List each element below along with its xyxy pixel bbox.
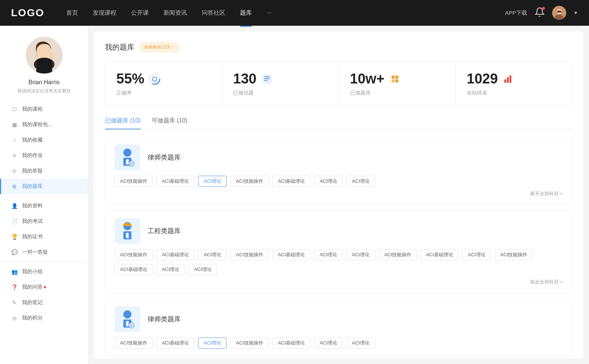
bank-section-lawyer-2: 律师类题库 ACI技能操作 ACI基础理论 ACI理论 ACI技能操作 ACI基… bbox=[105, 299, 572, 356]
points-icon: ◎ bbox=[11, 315, 18, 321]
sidebar-item-qa[interactable]: ⊙ 我的答疑 bbox=[0, 163, 88, 179]
sidebar-item-course-package[interactable]: ▦ 我的课程包... bbox=[0, 117, 88, 132]
stat-rank-value: 1029 bbox=[467, 71, 498, 87]
bank-tag[interactable]: ACI理论 bbox=[462, 249, 491, 260]
bank-tag[interactable]: ACI基础理论 bbox=[272, 249, 311, 260]
bank-tag[interactable]: ACI技能操作 bbox=[114, 176, 153, 187]
nav-open-course[interactable]: 公开课 bbox=[131, 7, 149, 19]
bank-tag[interactable]: ACI基础理论 bbox=[156, 338, 195, 349]
circle-progress-icon bbox=[148, 72, 161, 86]
main-layout: Brian Harris 错误的决定比没有决定要好 ☐ 我的课程 ▦ 我的课程包… bbox=[0, 26, 589, 364]
header-right: APP下载 ▼ bbox=[505, 6, 578, 20]
bank-tag-active[interactable]: ACI理论 bbox=[198, 176, 227, 187]
svg-rect-14 bbox=[392, 76, 395, 79]
bar-chart-icon: ▦ bbox=[11, 121, 18, 128]
svg-rect-17 bbox=[395, 79, 398, 82]
nav-more[interactable]: ··· bbox=[267, 8, 271, 18]
profile-name: Brian Harris bbox=[28, 79, 59, 86]
nav-question-bank[interactable]: 题库 bbox=[240, 7, 252, 19]
doc-icon: ≡ bbox=[11, 152, 18, 159]
avatar-image bbox=[552, 6, 566, 20]
sidebar-item-cert[interactable]: 🏆 我的证书 bbox=[0, 229, 88, 245]
logo: LOGO bbox=[11, 7, 44, 19]
stat-accuracy: 55% 正确率 bbox=[105, 62, 222, 106]
stat-accuracy-label: 正确率 bbox=[116, 90, 132, 96]
bank-tag[interactable]: ACI理论 bbox=[314, 176, 343, 187]
sidebar-item-favorites[interactable]: ☆ 我的收藏 bbox=[0, 132, 88, 148]
page-header: 我的题库 体验剩余23天！ bbox=[105, 42, 572, 52]
bank-tag[interactable]: ACI基础理论 bbox=[272, 338, 311, 349]
sidebar-item-question-bank[interactable]: ⊞ 我的题库 bbox=[0, 179, 88, 194]
stat-done-value: 130 bbox=[233, 71, 256, 87]
bank-tag[interactable]: ACI技能操作 bbox=[495, 249, 533, 260]
svg-rect-10 bbox=[264, 76, 270, 77]
bank-tag[interactable]: ACI技能操作 bbox=[230, 249, 269, 260]
bank-header-3: 律师类题库 bbox=[114, 306, 563, 332]
app-download-button[interactable]: APP下载 bbox=[505, 10, 527, 17]
bank-footer-1: 展开全部科目 > bbox=[114, 190, 563, 197]
bank-tag[interactable]: ACI基础理论 bbox=[156, 176, 195, 187]
notification-bell-button[interactable] bbox=[535, 7, 545, 19]
bank-tag[interactable]: ACI基础理论 bbox=[114, 264, 153, 275]
bank-tag[interactable]: ACI基础理论 bbox=[156, 249, 195, 260]
bank-tag[interactable]: ACI技能操作 bbox=[114, 338, 153, 349]
sidebar-item-exam[interactable]: 📄 我的考试 bbox=[0, 214, 88, 229]
bank-tag[interactable]: ACI理论 bbox=[346, 176, 375, 187]
svg-point-28 bbox=[126, 233, 129, 236]
bank-tag[interactable]: ACI技能操作 bbox=[379, 249, 417, 260]
bank-tag[interactable]: ACI技能操作 bbox=[230, 338, 269, 349]
bank-tags-1: ACI技能操作 ACI基础理论 ACI理论 ACI技能操作 ACI基础理论 AC… bbox=[114, 176, 563, 187]
grid-stat-icon bbox=[388, 72, 402, 86]
tabs: 已做题库 (10) 可做题库 (10) bbox=[105, 117, 572, 129]
svg-rect-18 bbox=[504, 79, 506, 83]
bank-tag[interactable]: ACI基础理论 bbox=[420, 249, 459, 260]
nav-home[interactable]: 首页 bbox=[66, 7, 78, 19]
question-circle-icon: ⊙ bbox=[11, 168, 18, 174]
sidebar-item-my-course[interactable]: ☐ 我的课程 bbox=[0, 101, 88, 117]
main-nav: 首页 发现课程 公开课 新闻资讯 问答社区 题库 ··· bbox=[66, 7, 505, 19]
bar-chart-stat-icon bbox=[501, 72, 515, 86]
qa-red-dot bbox=[44, 286, 46, 288]
chevron-down-icon[interactable]: ▼ bbox=[574, 10, 578, 15]
bank-tag[interactable]: ACI理论 bbox=[314, 249, 343, 260]
sidebar-item-points[interactable]: ◎ 我的积分 bbox=[0, 310, 88, 326]
nav-news[interactable]: 新闻资讯 bbox=[163, 7, 187, 19]
bank-icon-lawyer-2 bbox=[114, 306, 140, 332]
bank-tag[interactable]: ACI技能操作 bbox=[230, 176, 269, 187]
sidebar-item-homework[interactable]: ≡ 我的作业 bbox=[0, 148, 88, 163]
bank-header-2: 工程类题库 bbox=[114, 218, 563, 244]
bank-tag[interactable]: ACI理论 bbox=[314, 338, 343, 349]
stat-accuracy-value: 55% bbox=[116, 71, 144, 87]
sidebar-item-group[interactable]: 👥 我的小组 bbox=[0, 264, 88, 279]
bank-tag[interactable]: ACI技能操作 bbox=[114, 249, 153, 260]
bank-tag[interactable]: ACI理论 bbox=[346, 249, 375, 260]
bank-section-engineer: 工程类题库 ACI技能操作 ACI基础理论 ACI理论 ACI技能操作 ACI基… bbox=[105, 210, 572, 293]
bank-tag[interactable]: ACI理论 bbox=[346, 338, 375, 349]
bank-tags-2: ACI技能操作 ACI基础理论 ACI理论 ACI技能操作 ACI基础理论 AC… bbox=[114, 249, 563, 275]
sidebar-item-profile[interactable]: 👤 我的资料 bbox=[0, 198, 88, 214]
bank-tag[interactable]: ACI理论 bbox=[156, 264, 185, 275]
bank-tag[interactable]: ACI基础理论 bbox=[272, 176, 311, 187]
group-icon: 👥 bbox=[11, 268, 18, 275]
nav-qa[interactable]: 问答社区 bbox=[202, 7, 225, 19]
sidebar-item-notes[interactable]: ✎ 我的笔记 bbox=[0, 295, 88, 310]
qa-icon: ❓ bbox=[11, 284, 18, 290]
bank-tag[interactable]: ACI理论 bbox=[188, 264, 217, 275]
header: LOGO 首页 发现课程 公开课 新闻资讯 问答社区 题库 ··· APP下载 bbox=[0, 0, 589, 26]
user-avatar-header[interactable] bbox=[552, 6, 566, 20]
sidebar-item-1v1[interactable]: 💬 一对一答疑 bbox=[0, 245, 88, 260]
grid-icon: ⊞ bbox=[11, 183, 18, 190]
bank-tag[interactable]: ACI理论 bbox=[198, 249, 227, 260]
expand-button-1[interactable]: 展开全部科目 > bbox=[530, 190, 563, 197]
bank-tag-active[interactable]: ACI理论 bbox=[198, 338, 227, 349]
stats-row: 55% 正确率 130 bbox=[105, 61, 572, 106]
svg-rect-16 bbox=[392, 79, 395, 82]
nav-discover[interactable]: 发现课程 bbox=[93, 7, 116, 19]
stat-rank-label: 全站排名 bbox=[467, 90, 487, 96]
tab-done-banks[interactable]: 已做题库 (10) bbox=[105, 117, 141, 129]
sidebar-item-my-qa[interactable]: ❓ 我的问答 bbox=[0, 279, 88, 295]
collapse-button-2[interactable]: 收起全部科目 > bbox=[530, 279, 563, 285]
bank-name-3: 律师类题库 bbox=[148, 315, 181, 324]
stat-banks-header: 10w+ bbox=[350, 71, 402, 87]
tab-available-banks[interactable]: 可做题库 (10) bbox=[152, 117, 187, 129]
